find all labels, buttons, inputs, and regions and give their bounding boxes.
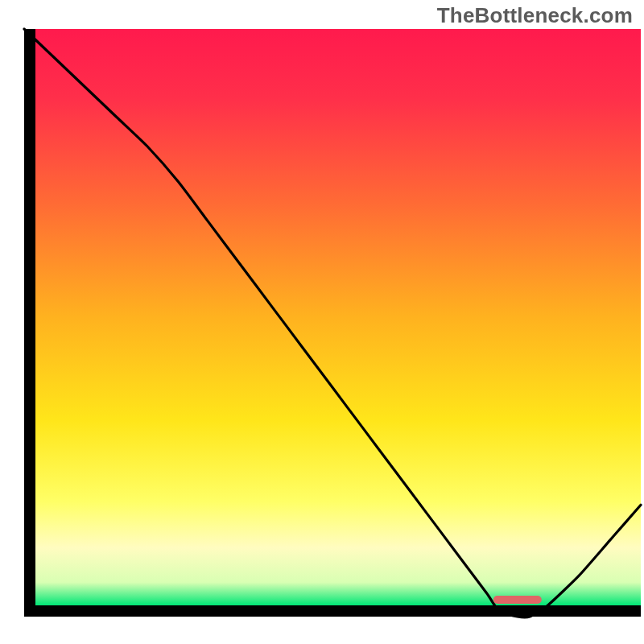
y-axis xyxy=(24,29,35,617)
x-axis xyxy=(24,605,641,617)
optimal-marker xyxy=(493,596,542,604)
plot-background xyxy=(35,29,641,605)
chart-frame: TheBottleneck.com xyxy=(0,0,644,644)
bottleneck-curve-chart xyxy=(0,0,644,644)
